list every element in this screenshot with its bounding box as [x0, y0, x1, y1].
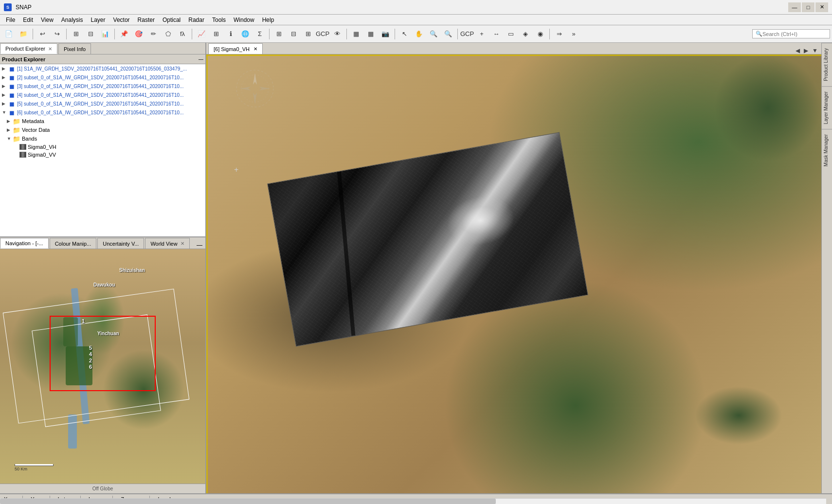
tab-world-view-close[interactable]: ✕ [181, 241, 184, 246]
qr-button[interactable]: ▦ [349, 27, 363, 41]
sidebar-tab-mask-manager[interactable]: Mask Manager [822, 129, 832, 171]
image-view[interactable]: + [206, 54, 821, 493]
tab-pixel-info[interactable]: Pixel Info [58, 43, 91, 54]
tree-product-2[interactable]: ▶ ◼ [2] subset_0_of_S1A_IW_GRDH_1SDV_202… [0, 73, 205, 82]
export-button[interactable]: ⇒ [552, 27, 566, 41]
qr2-button[interactable]: ▦ [364, 27, 378, 41]
gcp2-button[interactable]: GCP [460, 27, 474, 41]
menu-optical[interactable]: Optical [159, 16, 184, 24]
menu-radar[interactable]: Radar [184, 16, 208, 24]
nav-band-label-6: 6 [89, 364, 92, 370]
pan-button[interactable]: ✋ [412, 27, 426, 41]
menu-vector[interactable]: Vector [109, 16, 134, 24]
nav-map[interactable]: 1 5 4 2 6 Shizuishan Dawukou Yinchuan 50… [0, 249, 205, 484]
menu-layer[interactable]: Layer [87, 16, 109, 24]
svg-marker-2 [253, 73, 257, 85]
tab-product-explorer-close[interactable]: ✕ [48, 46, 52, 52]
product-1-label: [1] S1A_IW_GRDH_1SDV_20200716T105441_202… [17, 66, 187, 72]
tree-product-3[interactable]: ▶ ◼ [3] subset_0_of_S1A_IW_GRDH_1SDV_202… [0, 82, 205, 90]
tree-bands[interactable]: ▼ 📁 Bands [0, 134, 205, 143]
world-button[interactable]: 🌐 [238, 27, 252, 41]
menu-view[interactable]: View [37, 16, 57, 24]
product-explorer-title: Product Explorer [2, 56, 45, 62]
plus-button[interactable]: + [475, 27, 488, 41]
search-input[interactable] [762, 31, 821, 37]
tree-product-4[interactable]: ▶ ◼ [4] subset_0_of_S1A_IW_GRDH_1SDV_202… [0, 90, 205, 99]
sidebar-tab-layer-manager[interactable]: Layer Manager [822, 86, 832, 129]
nav-band-label-1: 1 [82, 318, 85, 324]
left-panel: Product Explorer ✕ Pixel Info Product Ex… [0, 43, 206, 493]
toolbar-separator-1 [33, 29, 33, 39]
nav-red-rect [50, 316, 156, 391]
right-sidebar: Product Library Layer Manager Mask Manag… [821, 43, 832, 493]
mosaic-button[interactable]: ⊟ [84, 27, 97, 41]
undo-button[interactable]: ↩ [36, 27, 49, 41]
layers-button[interactable]: ⊞ [272, 27, 286, 41]
tab-navigation[interactable]: Navigation - [-... [0, 238, 49, 249]
redo-button[interactable]: ↪ [50, 27, 64, 41]
formula-button[interactable]: fλ [176, 27, 189, 41]
tab-uncertainty[interactable]: Uncertainty V... [97, 238, 144, 249]
img-nav-menu[interactable]: ▼ [811, 47, 819, 54]
product-icon-6: ◼ [8, 109, 16, 116]
diamond-button[interactable]: ◈ [519, 27, 532, 41]
zoom-in-button[interactable]: 🔍 [427, 27, 440, 41]
target-button[interactable]: 🎯 [132, 27, 145, 41]
camera-button[interactable]: 📷 [379, 27, 392, 41]
nav-panel-minimize[interactable]: — [194, 242, 205, 249]
info-button[interactable]: ℹ [224, 27, 237, 41]
menu-file[interactable]: File [2, 16, 19, 24]
menu-window[interactable]: Window [230, 16, 258, 24]
folder-icon-metadata: 📁 [13, 118, 20, 125]
minimize-button[interactable]: — [788, 2, 801, 12]
tab-product-explorer[interactable]: Product Explorer ✕ [0, 43, 57, 54]
menu-raster[interactable]: Raster [134, 16, 159, 24]
expand-icon-metadata: ▶ [7, 119, 13, 124]
menu-edit[interactable]: Edit [19, 16, 37, 24]
tree-product-6[interactable]: ▼ ◼ [6] subset_0_of_S1A_IW_GRDH_1SDV_202… [0, 108, 205, 117]
rect-button[interactable]: ▭ [504, 27, 518, 41]
menu-analysis[interactable]: Analysis [57, 16, 87, 24]
pin-button[interactable]: 📌 [117, 27, 131, 41]
tab-colour-manip[interactable]: Colour Manip... [50, 238, 97, 249]
sidebar-tab-product-library[interactable]: Product Library [822, 43, 832, 86]
img-nav-next[interactable]: ▶ [802, 47, 810, 54]
close-button[interactable]: ✕ [815, 2, 828, 12]
more-button[interactable]: » [567, 27, 580, 41]
tree-metadata[interactable]: ▶ 📁 Metadata [0, 117, 205, 126]
collocate-button[interactable]: ⊞ [69, 27, 83, 41]
img-nav-prev[interactable]: ◀ [794, 47, 801, 54]
product-explorer-header: Product Explorer — [0, 54, 205, 64]
search-box[interactable]: 🔍 [752, 29, 830, 38]
sigma-button[interactable]: Σ [253, 27, 267, 41]
view3d-button[interactable]: 👁 [330, 27, 344, 41]
circle-button[interactable]: ◉ [533, 27, 547, 41]
draw-button[interactable]: ✏ [146, 27, 160, 41]
tab-world-view[interactable]: World View ✕ [145, 238, 189, 249]
chart-button[interactable]: 📈 [195, 27, 208, 41]
tree-vector-data[interactable]: ▶ 📁 Vector Data [0, 126, 205, 134]
move-button[interactable]: ↔ [489, 27, 503, 41]
menu-help[interactable]: Help [258, 16, 278, 24]
tab-image-sigma0-vh[interactable]: [6] Sigma0_VH ✕ [208, 43, 263, 54]
zoom-out-button[interactable]: 🔍 [441, 27, 455, 41]
grid-button[interactable]: ⊞ [301, 27, 315, 41]
overlay-button[interactable]: ⊟ [287, 27, 300, 41]
tree-sigma0-vh[interactable]: Sigma0_VH [0, 143, 205, 151]
tree-sigma0-vv[interactable]: Sigma0_VV [0, 151, 205, 159]
statistics-button[interactable]: 📊 [98, 27, 112, 41]
image-border-left [206, 54, 208, 493]
menu-tools[interactable]: Tools [208, 16, 230, 24]
gcp-button[interactable]: GCP [316, 27, 329, 41]
maximize-button[interactable]: □ [802, 2, 814, 12]
scatter-button[interactable]: ⊞ [209, 27, 223, 41]
tree-product-5[interactable]: ▶ ◼ [5] subset_0_of_S1A_IW_GRDH_1SDV_202… [0, 99, 205, 108]
pointer-button[interactable]: ↖ [398, 27, 411, 41]
polygon-button[interactable]: ⬠ [161, 27, 175, 41]
image-tab-close[interactable]: ✕ [253, 46, 257, 52]
new-button[interactable]: 📄 [2, 27, 16, 41]
toolbar-separator-6 [346, 29, 347, 39]
tree-product-1[interactable]: ▶ ◼ [1] S1A_IW_GRDH_1SDV_20200716T105441… [0, 64, 205, 73]
product-explorer-minimize[interactable]: — [199, 56, 203, 62]
open-button[interactable]: 📁 [17, 27, 30, 41]
